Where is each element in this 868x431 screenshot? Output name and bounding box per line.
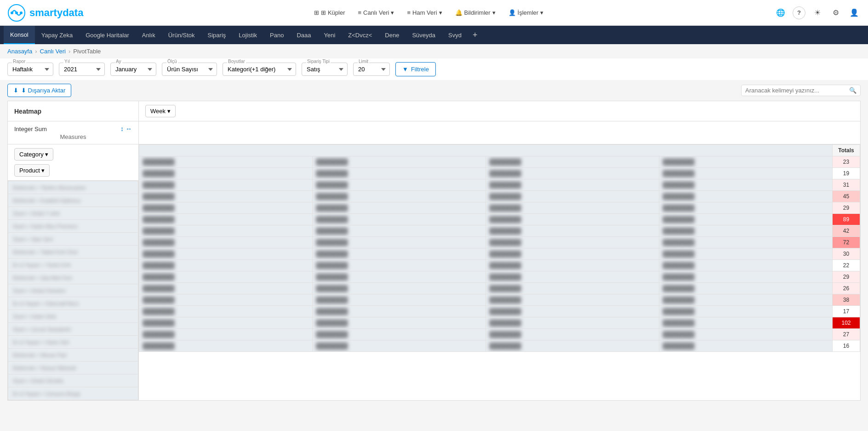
nav-islemler-label: İşlemler (518, 9, 539, 16)
sort-icons[interactable]: ↕ ↔ (120, 125, 132, 132)
filtrele-button[interactable]: ▼ Filtrele (395, 62, 436, 76)
help-icon-btn[interactable]: ? (793, 6, 805, 19)
blurred-week-cell: ████████ (659, 168, 833, 179)
nav-canli-veri[interactable]: ≡ Canlı Veri ▾ (353, 6, 400, 19)
secondary-nav-google-haritalar[interactable]: Google Haritalar (79, 26, 136, 44)
sun-icon-btn[interactable]: ☀ (811, 6, 824, 19)
filter-siparis-tipi-select[interactable]: Satış (302, 63, 348, 76)
export-button[interactable]: ⬇ ⬇ Dışarıya Aktar (7, 84, 71, 97)
user-icon-btn[interactable]: 👤 (848, 6, 861, 19)
total-value-cell: 19 (833, 168, 860, 179)
nav-ham-veri-label: Ham Veri (412, 9, 437, 16)
secondary-nav-siparis[interactable]: Sipariş (201, 26, 233, 44)
week-dropdown: Week ▾ (139, 101, 860, 121)
secondary-nav-dene[interactable]: Dene (378, 26, 405, 44)
blurred-week-cell: ████████ (486, 248, 659, 260)
filter-limit-select[interactable]: 20 (353, 63, 390, 76)
left-data-row: Elektronik > Tablet Kılıfı Özel (8, 246, 138, 259)
blurred-week-cell: ████████ (486, 225, 659, 237)
dropdown-icon: ▾ (391, 9, 394, 16)
blurred-week-cell: ████████ (659, 202, 833, 214)
search-input[interactable] (745, 87, 846, 94)
globe-icon-btn[interactable]: 🌐 (774, 6, 787, 19)
data-row: ████████████████████████████████31 (139, 179, 860, 191)
blurred-week-cell: ████████ (139, 179, 313, 191)
data-row: ████████████████████████████████72 (139, 237, 860, 248)
blurred-week-cell: ████████ (139, 248, 313, 260)
blurred-week-cell: ████████ (313, 168, 486, 179)
data-row: ████████████████████████████████45 (139, 191, 860, 202)
filter-yil-label: Yıl (63, 59, 71, 64)
total-value-cell: 102 (833, 317, 860, 329)
secondary-nav-suveyda[interactable]: Süveyda (405, 26, 442, 44)
filter-siparis-tipi-label: Sipariş Tipi (306, 59, 331, 64)
filter-olcu: Ölçü Ürün Sayısı (162, 63, 217, 76)
total-value-cell: 17 (833, 306, 860, 317)
secondary-nav-zdvcz[interactable]: Z<Dvcz< (342, 26, 378, 44)
week-button[interactable]: Week ▾ (145, 105, 176, 117)
secondary-nav-konsol[interactable]: Konsol (4, 26, 35, 44)
blurred-week-cell: ████████ (659, 294, 833, 306)
blurred-week-cell: ████████ (659, 214, 833, 225)
lines2-icon: ≡ (407, 9, 411, 16)
add-tab-button[interactable]: + (468, 30, 482, 40)
secondary-nav-anlik[interactable]: Anlık (136, 26, 162, 44)
secondary-nav-lojistik[interactable]: Lojistik (232, 26, 263, 44)
data-row: ████████████████████████████████22 (139, 260, 860, 271)
blurred-week-cell: ████████ (139, 168, 313, 179)
top-nav: smartydata ⊞ ⊞ Küpler ≡ Canlı Veri ▾ ≡ H… (0, 0, 868, 26)
measures-right (139, 121, 860, 144)
blurred-week-cell: ████████ (486, 202, 659, 214)
blurred-week-cell: ████████ (139, 237, 313, 248)
filter-olcu-select[interactable]: Ürün Sayısı (162, 63, 217, 76)
nav-bildirimler[interactable]: 🔔 Bildirimler ▾ (450, 6, 501, 19)
export-label: ⬇ Dışarıya Aktar (21, 87, 65, 94)
left-data-row: Giyim > Kadın Etek (8, 310, 138, 323)
product-button[interactable]: Product ▾ (14, 164, 50, 177)
blurred-week-cell: ████████ (486, 306, 659, 317)
secondary-nav-daaa[interactable]: Daaa (290, 26, 317, 44)
secondary-nav-pano[interactable]: Pano (263, 26, 290, 44)
measures-left: Integer Sum ↕ ↔ Measures (8, 121, 139, 144)
blurred-week-cell: ████████ (313, 237, 486, 248)
secondary-nav-yeni[interactable]: Yeni (318, 26, 342, 44)
heatmap-header: Heatmap Week ▾ (8, 101, 860, 121)
blurred-week-cell: ████████ (486, 179, 659, 191)
filter-yil-select[interactable]: 2021 (59, 63, 105, 76)
nav-islemler[interactable]: 👤 İşlemler ▾ (503, 6, 549, 19)
logo-smarty: smarty (29, 7, 63, 18)
bell-icon: 🔔 (455, 9, 463, 16)
nav-canli-veri-label: Canlı Veri (363, 9, 389, 16)
settings-icon-btn[interactable]: ⚙ (829, 6, 842, 19)
blurred-week-cell: ████████ (486, 340, 659, 352)
nav-kupler[interactable]: ⊞ ⊞ Küpler (308, 6, 350, 19)
nav-ham-veri[interactable]: ≡ Ham Veri ▾ (401, 6, 447, 19)
breadcrumb-canli-veri[interactable]: Canlı Veri (40, 48, 66, 55)
filter-rapor-select[interactable]: Haftalık (7, 63, 53, 76)
secondary-nav-urun-stok[interactable]: Ürün/Stok (162, 26, 201, 44)
search-icon: 🔍 (849, 87, 857, 94)
data-row: ████████████████████████████████19 (139, 168, 860, 179)
secondary-nav-yapay-zeka[interactable]: Yapay Zeka (35, 26, 79, 44)
blurred-week-cell: ████████ (659, 271, 833, 283)
blurred-week-cell: ████████ (313, 329, 486, 340)
filter-rapor: Rapor Haftalık (7, 63, 53, 76)
breadcrumb-pivot: PivotTable (73, 48, 101, 55)
breadcrumb-sep1: › (35, 48, 37, 55)
filter-icon: ▼ (402, 66, 408, 73)
blurred-week-cell: ████████ (313, 214, 486, 225)
breadcrumb-anasayfa[interactable]: Anasayfa (7, 48, 32, 55)
total-value-cell: 16 (833, 340, 860, 352)
blurred-week-cell: ████████ (659, 225, 833, 237)
blurred-week-cell: ████████ (659, 283, 833, 294)
person-icon: 👤 (508, 9, 516, 16)
svg-point-1 (11, 11, 13, 14)
data-row: ████████████████████████████████30 (139, 248, 860, 260)
filter-ay-select[interactable]: January (110, 63, 156, 76)
filter-boyutlar-select[interactable]: Kategori(+1 diğer) (223, 63, 296, 76)
data-row: ████████████████████████████████42 (139, 225, 860, 237)
category-button[interactable]: Category ▾ (14, 148, 53, 161)
left-data-row: Giyim > Çocuk Sweatshirt (8, 323, 138, 336)
secondary-nav-svyd[interactable]: Svyd (442, 26, 468, 44)
dropdown2-icon: ▾ (439, 9, 442, 16)
